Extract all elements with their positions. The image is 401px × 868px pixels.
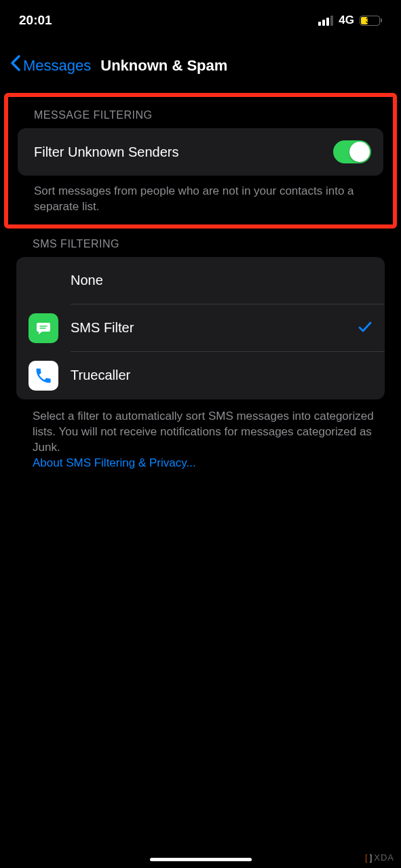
home-indicator[interactable] — [150, 858, 252, 861]
sms-filter-options: None SMS Filter — [16, 257, 385, 399]
sms-option-none[interactable]: None — [16, 257, 385, 304]
filter-unknown-senders-row[interactable]: Filter Unknown Senders — [18, 128, 383, 176]
back-chevron-icon[interactable] — [9, 54, 22, 77]
filter-unknown-senders-label: Filter Unknown Senders — [34, 144, 178, 160]
status-right: 4G 36 — [318, 14, 382, 27]
sms-option-truecaller[interactable]: Truecaller — [16, 352, 385, 399]
sms-filtering-header: SMS FILTERING — [33, 238, 401, 250]
sms-option-smsfilter[interactable]: SMS Filter — [16, 304, 385, 352]
sms-filtering-footer-text: Select a filter to automatically sort SM… — [33, 410, 374, 454]
message-filtering-header: MESSAGE FILTERING — [34, 109, 383, 121]
battery-level: 36 — [366, 16, 374, 24]
highlighted-section: MESSAGE FILTERING Filter Unknown Senders… — [4, 93, 397, 229]
back-button[interactable]: Messages — [23, 57, 91, 75]
sms-filter-app-icon — [28, 313, 58, 343]
sms-filtering-footer: Select a filter to automatically sort SM… — [33, 409, 374, 471]
sms-option-label: SMS Filter — [71, 320, 134, 336]
filter-unknown-senders-toggle[interactable] — [333, 140, 371, 163]
network-type: 4G — [339, 14, 354, 27]
watermark: [] XDA — [365, 852, 394, 863]
sms-option-label: Truecaller — [71, 368, 130, 383]
status-time: 20:01 — [19, 13, 52, 28]
sms-option-label: None — [71, 273, 103, 288]
status-bar: 20:01 4G 36 — [0, 0, 401, 38]
battery-icon: 36 — [360, 16, 382, 26]
truecaller-app-icon — [28, 361, 58, 391]
cellular-signal-icon — [318, 16, 333, 26]
about-sms-filtering-link[interactable]: About SMS Filtering & Privacy... — [33, 456, 196, 469]
page-title: Unknown & Spam — [100, 57, 227, 75]
checkmark-icon — [358, 319, 373, 337]
navigation-bar: Messages Unknown & Spam — [0, 38, 401, 89]
message-filtering-footer: Sort messages from people who are not in… — [34, 184, 378, 215]
